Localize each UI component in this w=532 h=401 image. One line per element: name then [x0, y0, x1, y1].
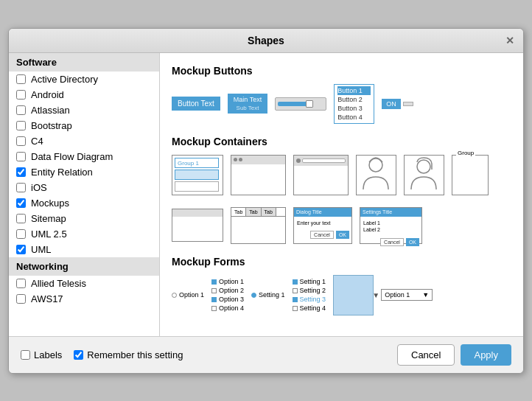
checkbox-entity-relation[interactable] — [16, 167, 26, 177]
mockup-containers-title: Mockup Containers — [172, 136, 511, 147]
slider-track — [278, 102, 311, 106]
sidebar-item-atlassian[interactable]: Atlassian — [9, 102, 159, 118]
setting-check-3 — [293, 297, 298, 302]
toggle-off — [403, 102, 413, 106]
labels-checkbox-wrapper[interactable]: Labels — [21, 349, 62, 360]
dropdown-value: Option 1 — [385, 291, 410, 299]
group-label: Group — [456, 150, 475, 156]
sidebar-label-c4: C4 — [31, 136, 43, 147]
remember-checkbox[interactable] — [74, 350, 83, 360]
dialog-shape-title-2: Settings Title — [360, 208, 421, 217]
close-icon[interactable]: ✕ — [504, 35, 516, 46]
checkbox-item-2: Option 2 — [211, 287, 244, 294]
mockup-forms-section: Mockup Forms Option 1 Option 1 — [172, 256, 511, 315]
shape-blue-box — [333, 275, 374, 315]
sidebar-item-allied-telesis[interactable]: Allied Telesis — [9, 276, 159, 291]
checkbox-uml25[interactable] — [16, 229, 26, 239]
shape-avatar-hair — [404, 155, 444, 195]
sidebar-item-data-flow[interactable]: Data Flow Diagram — [9, 149, 159, 164]
shape-checkbox-group: Option 1 Option 2 Option 3 Option 4 — [211, 278, 244, 312]
dialog-shape-footer: Cancel OK — [294, 229, 351, 240]
check-3 — [211, 297, 217, 302]
checkbox-data-flow[interactable] — [16, 152, 26, 161]
tab-item-3: Tab — [262, 208, 276, 216]
window-dot2 — [239, 158, 242, 161]
dialog-cancel-btn: Cancel — [310, 231, 334, 239]
sidebar-label-sitemap: Sitemap — [31, 213, 66, 224]
checkbox-aws17[interactable] — [16, 294, 26, 304]
shape-dialog-2: Settings Title Label 1Label 2 Cancel OK — [360, 207, 422, 244]
checkbox-ios[interactable] — [16, 183, 26, 192]
sidebar-section-networking: Networking — [9, 257, 159, 276]
mockup-containers-row2: Tab Tab Tab Dialog Title Enter your text… — [172, 207, 511, 244]
shape-dropdown: Option 1 ▼ — [381, 289, 433, 301]
dialog-shape-body: Enter your text — [294, 217, 351, 230]
sidebar-item-android[interactable]: Android — [9, 87, 159, 102]
setting-item-4: Setting 4 — [293, 304, 326, 312]
sidebar-item-mockups[interactable]: Mockups — [9, 195, 159, 211]
labels-checkbox[interactable] — [21, 350, 30, 360]
sidebar-item-ios[interactable]: iOS — [9, 180, 159, 195]
shape-container2 — [172, 209, 223, 242]
sidebar-label-android: Android — [31, 89, 64, 100]
shape-dialog-ok: Dialog Title Enter your text Cancel OK — [293, 207, 352, 244]
shape-button-text: Button Text — [172, 97, 220, 111]
container-group: Group 1 — [175, 158, 219, 168]
checkbox-mockups[interactable] — [16, 198, 26, 208]
apply-button[interactable]: Apply — [461, 344, 511, 366]
checkbox-active-directory[interactable] — [16, 74, 26, 84]
dialog-title-bar: Shapes ✕ — [9, 29, 523, 53]
remember-label: Remember this setting — [87, 349, 183, 360]
sidebar-item-bootstrap[interactable]: Bootstrap — [9, 118, 159, 133]
sidebar-item-sitemap[interactable]: Sitemap — [9, 211, 159, 226]
checkbox-sitemap[interactable] — [16, 214, 26, 223]
tab-item-1: Tab — [231, 208, 246, 216]
checkbox-c4[interactable] — [16, 136, 26, 146]
mockup-containers-row1: Group 1 — [172, 155, 511, 195]
sidebar-label-uml25: UML 2.5 — [31, 229, 67, 240]
checkbox-atlassian[interactable] — [16, 105, 26, 115]
sidebar-item-uml[interactable]: UML — [9, 242, 159, 257]
dialog-cancel-btn-2: Cancel — [380, 238, 404, 246]
slider-thumb — [306, 100, 313, 108]
sidebar-item-uml25[interactable]: UML 2.5 — [9, 226, 159, 242]
mockup-buttons-section: Mockup Buttons Button Text Main TextSub … — [172, 65, 511, 124]
sidebar-item-c4[interactable]: C4 — [9, 133, 159, 149]
check-label-3: Option 3 — [219, 296, 244, 303]
check-label-2: Option 2 — [219, 287, 244, 294]
dialog-title: Shapes — [248, 35, 284, 46]
sidebar-item-aws17[interactable]: AWS17 — [9, 291, 159, 307]
avatar-hair-svg — [407, 156, 441, 193]
labels-label: Labels — [34, 349, 62, 360]
setting-check-4 — [293, 306, 298, 311]
dialog-ok-btn: OK — [336, 231, 349, 239]
checkbox-bootstrap[interactable] — [16, 121, 26, 130]
browser-dot — [296, 158, 301, 163]
mockup-containers-section: Mockup Containers Group 1 — [172, 136, 511, 244]
remember-checkbox-wrapper[interactable]: Remember this setting — [74, 349, 183, 360]
btn-list-item-3: Button 3 — [337, 104, 371, 113]
checkbox-android[interactable] — [16, 90, 26, 100]
toggle-on: ON — [382, 99, 401, 109]
sidebar-label-uml: UML — [31, 244, 51, 255]
checkbox-allied-telesis[interactable] — [16, 279, 26, 288]
setting-label-2: Setting 2 — [300, 287, 326, 294]
footer-buttons: Cancel Apply — [397, 344, 511, 366]
dialog-ok-btn-2: OK — [406, 238, 419, 246]
checkbox-uml[interactable] — [16, 245, 26, 254]
cancel-button[interactable]: Cancel — [397, 344, 455, 366]
shape-window — [231, 155, 286, 195]
dialog-shape-body-2: Label 1Label 2 — [360, 217, 421, 237]
svg-point-1 — [417, 160, 430, 173]
sidebar-item-entity-relation[interactable]: Entity Relation — [9, 164, 159, 180]
shape-blue-box-container: ▼ — [333, 275, 374, 315]
check-2 — [211, 288, 217, 293]
window-titlebar — [231, 156, 285, 164]
footer-left: Labels Remember this setting — [21, 349, 183, 360]
radio-circle-single — [172, 293, 177, 298]
dialog-footer: Labels Remember this setting Cancel Appl… — [9, 336, 523, 373]
check-1 — [211, 279, 217, 285]
shape-button-sub: Main TextSub Text — [228, 94, 267, 114]
sidebar-item-active-directory[interactable]: Active Directory — [9, 72, 159, 87]
sidebar-label-entity-relation: Entity Relation — [31, 167, 93, 178]
